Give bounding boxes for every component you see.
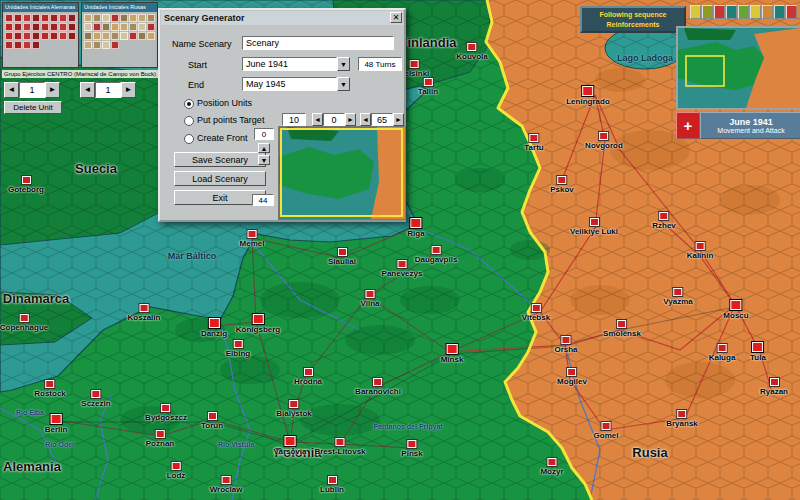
toolbar-button-1[interactable]	[690, 5, 701, 19]
unit-counter[interactable]	[84, 14, 92, 22]
russian-spinner-left-arrow[interactable]: ◄	[80, 82, 95, 98]
unit-counter[interactable]	[111, 32, 119, 40]
unit-counter[interactable]	[50, 14, 58, 22]
unit-counter[interactable]	[5, 14, 13, 22]
unit-counter[interactable]	[68, 23, 76, 31]
map-x2-left-arrow[interactable]: ◄	[360, 113, 371, 126]
unit-counter[interactable]	[93, 32, 101, 40]
unit-counter[interactable]	[14, 41, 22, 49]
map-y-up-arrow[interactable]: ▲	[258, 143, 270, 153]
end-dropdown[interactable]: May 1945 ▼	[242, 77, 350, 91]
toolbar-button-6[interactable]	[750, 5, 761, 19]
toolbar-button-2[interactable]	[702, 5, 713, 19]
unit-counter[interactable]	[129, 14, 137, 22]
unit-counter[interactable]	[59, 32, 67, 40]
save-scenary-button[interactable]: Save Scenary	[174, 152, 266, 167]
unit-counter[interactable]	[41, 23, 49, 31]
load-scenary-button[interactable]: Load Scenary	[174, 171, 266, 186]
map-x-value[interactable]: 0	[323, 113, 345, 126]
unit-counter[interactable]	[23, 32, 31, 40]
unit-counter[interactable]	[84, 41, 92, 49]
toolbar-button-7[interactable]	[762, 5, 773, 19]
position-units-radio[interactable]	[184, 99, 194, 109]
unit-counter[interactable]	[41, 32, 49, 40]
german-spinner-value[interactable]: 1	[19, 82, 45, 98]
put-points-input[interactable]: 10	[282, 113, 306, 126]
dialog-title-bar[interactable]: Scenary Generator	[161, 11, 403, 25]
unit-counter[interactable]	[23, 41, 31, 49]
unit-counter[interactable]	[84, 32, 92, 40]
map-y2-value[interactable]: 44	[252, 194, 274, 206]
german-spinner-right-arrow[interactable]: ►	[45, 82, 60, 98]
unit-counter[interactable]	[138, 23, 146, 31]
unit-counter[interactable]	[147, 14, 155, 22]
chevron-down-icon[interactable]: ▼	[337, 77, 350, 91]
unit-counter[interactable]	[138, 32, 146, 40]
russian-spinner-right-arrow[interactable]: ►	[121, 82, 136, 98]
following-sequence-button[interactable]: Following sequence Reinforcements	[580, 6, 686, 33]
unit-counter[interactable]	[93, 23, 101, 31]
start-dropdown[interactable]: June 1941 ▼	[242, 57, 350, 71]
unit-counter[interactable]	[120, 23, 128, 31]
unit-counter[interactable]	[41, 14, 49, 22]
unit-counter[interactable]	[5, 32, 13, 40]
close-icon[interactable]: ✕	[390, 12, 402, 23]
unit-counter[interactable]	[84, 23, 92, 31]
unit-counter[interactable]	[50, 23, 58, 31]
unit-counter[interactable]	[102, 14, 110, 22]
unit-counter[interactable]	[59, 14, 67, 22]
unit-counter[interactable]	[147, 23, 155, 31]
german-spinner-left-arrow[interactable]: ◄	[4, 82, 19, 98]
unit-counter[interactable]	[50, 32, 58, 40]
unit-counter[interactable]	[93, 41, 101, 49]
unit-counter[interactable]	[138, 14, 146, 22]
unit-counter[interactable]	[93, 14, 101, 22]
map-x2-value[interactable]: 65	[371, 113, 393, 126]
toolbar-button-9[interactable]	[786, 5, 797, 19]
unit-counter[interactable]	[120, 32, 128, 40]
selected-unit-caption: Grupo Ejércitos CENTRO (Mariscal de Camp…	[2, 70, 158, 78]
map-y-down-arrow[interactable]: ▼	[258, 155, 270, 165]
unit-counter[interactable]	[14, 23, 22, 31]
map-x2-right-arrow[interactable]: ►	[393, 113, 404, 126]
unit-counter[interactable]	[23, 23, 31, 31]
unit-counter[interactable]	[120, 14, 128, 22]
map-x-left-arrow[interactable]: ◄	[312, 113, 323, 126]
put-points-radio[interactable]	[184, 116, 194, 126]
unit-counter[interactable]	[111, 14, 119, 22]
unit-counter[interactable]	[14, 32, 22, 40]
toolbar-button-8[interactable]	[774, 5, 785, 19]
unit-counter[interactable]	[129, 32, 137, 40]
unit-counter[interactable]	[32, 32, 40, 40]
unit-counter[interactable]	[59, 23, 67, 31]
map-y-value[interactable]: 0	[254, 128, 274, 140]
overview-minimap[interactable]	[676, 26, 800, 110]
unit-counter[interactable]	[111, 23, 119, 31]
unit-counter[interactable]	[32, 23, 40, 31]
delete-unit-button[interactable]: Delete Unit	[4, 101, 62, 114]
unit-counter[interactable]	[102, 32, 110, 40]
chevron-down-icon[interactable]: ▼	[337, 57, 350, 71]
unit-counter[interactable]	[14, 14, 22, 22]
unit-counter[interactable]	[102, 23, 110, 31]
toolbar-button-4[interactable]	[726, 5, 737, 19]
unit-counter[interactable]	[68, 32, 76, 40]
unit-counter[interactable]	[102, 41, 110, 49]
unit-counter[interactable]	[32, 41, 40, 49]
unit-counter[interactable]	[68, 14, 76, 22]
toolbar-button-3[interactable]	[714, 5, 725, 19]
toolbar-button-5[interactable]	[738, 5, 749, 19]
map-preview[interactable]	[278, 126, 406, 220]
create-front-radio[interactable]	[184, 134, 194, 144]
unit-counter[interactable]	[129, 23, 137, 31]
scenary-name-input[interactable]: Scenary	[242, 36, 394, 50]
map-x-right-arrow[interactable]: ►	[345, 113, 356, 126]
medic-cross-icon[interactable]: +	[676, 112, 700, 139]
unit-counter[interactable]	[5, 23, 13, 31]
unit-counter[interactable]	[32, 14, 40, 22]
unit-counter[interactable]	[111, 41, 119, 49]
unit-counter[interactable]	[23, 14, 31, 22]
unit-counter[interactable]	[147, 32, 155, 40]
unit-counter[interactable]	[5, 41, 13, 49]
russian-spinner-value[interactable]: 1	[95, 82, 121, 98]
